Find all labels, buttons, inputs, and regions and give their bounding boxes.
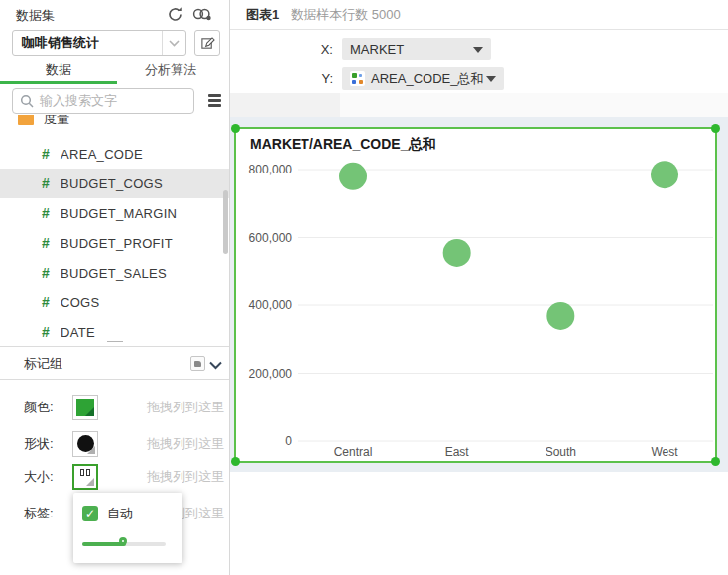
color-drop-zone[interactable]: 拖拽列到这里 bbox=[147, 395, 224, 420]
marks-group-title: 标记组 bbox=[24, 355, 62, 373]
aggregate-field-icon bbox=[350, 71, 365, 86]
field-list-scrollbar[interactable] bbox=[223, 190, 228, 254]
selection-handle[interactable] bbox=[711, 124, 720, 133]
search-input[interactable]: 输入搜索文字 bbox=[12, 88, 194, 114]
tab-data[interactable]: 数据 bbox=[46, 61, 71, 79]
field-item[interactable]: #BUDGET_SALES bbox=[0, 258, 229, 288]
y-shelf-label: Y: bbox=[309, 67, 333, 90]
empty-shelf-row bbox=[230, 93, 728, 117]
dashboard-canvas: MARKET/AREA_CODE_总和 0200,000400,000600,0… bbox=[230, 117, 728, 472]
field-name: BUDGET_SALES bbox=[61, 266, 167, 281]
svg-text:East: East bbox=[445, 445, 470, 459]
chart-name: 图表1 bbox=[246, 6, 279, 24]
svg-text:400,000: 400,000 bbox=[249, 298, 293, 312]
refresh-icon-glyph bbox=[167, 6, 183, 23]
mark-row-shape: 形状: 拖拽列到这里 bbox=[0, 431, 229, 457]
field-item[interactable]: #COGS bbox=[0, 288, 229, 317]
shelf-label-column bbox=[230, 93, 340, 117]
number-field-icon: # bbox=[42, 235, 61, 251]
dataset-select[interactable]: 咖啡销售统计 bbox=[12, 30, 186, 56]
shape-drop-zone[interactable]: 拖拽列到这里 bbox=[147, 431, 224, 457]
dataset-panel-title: 数据集 bbox=[16, 7, 55, 25]
number-field-icon: # bbox=[42, 265, 61, 281]
field-group-measures[interactable]: 度量 bbox=[0, 115, 229, 132]
selection-handle[interactable] bbox=[231, 124, 240, 133]
svg-text:West: West bbox=[651, 445, 678, 459]
scatter-plot[interactable]: 0200,000400,000600,000800,000CentralEast… bbox=[236, 129, 715, 461]
collapse-chevron-down-icon[interactable] bbox=[209, 358, 222, 373]
selection-handle[interactable] bbox=[231, 457, 240, 466]
size-slider[interactable] bbox=[82, 538, 166, 550]
slider-handle[interactable] bbox=[119, 537, 127, 545]
auto-checkbox[interactable] bbox=[82, 506, 98, 521]
refresh-icon[interactable] bbox=[167, 6, 188, 26]
mark-row-size: 大小: 拖拽列到这里 bbox=[0, 464, 229, 490]
search-placeholder: 输入搜索文字 bbox=[40, 92, 117, 110]
dataset-sidebar: 数据集 咖啡销售统计 数据 分析算法 输入搜索文字 度量 #AREA_CODE … bbox=[0, 0, 230, 575]
shape-swatch-button[interactable] bbox=[72, 431, 98, 457]
x-field-value: MARKET bbox=[350, 42, 473, 57]
edit-dataset-button[interactable] bbox=[194, 30, 220, 56]
chart-panel: 图表1 数据样本行数 5000 X: MARKET Y: AREA_CODE_总… bbox=[230, 0, 728, 575]
chart-title: MARKET/AREA_CODE_总和 bbox=[250, 136, 435, 154]
size-swatch-button[interactable] bbox=[72, 464, 98, 490]
selection-handle[interactable] bbox=[711, 457, 720, 466]
chevron-glyph bbox=[209, 361, 222, 370]
field-item[interactable]: #BUDGET_COGS bbox=[0, 169, 229, 198]
chart-panel-header: 图表1 数据样本行数 5000 bbox=[230, 0, 728, 30]
marks-group-header: 标记组 bbox=[0, 346, 229, 380]
field-list: 度量 #AREA_CODE #BUDGET_COGS #BUDGET_MARGI… bbox=[0, 115, 229, 349]
tag-icon[interactable] bbox=[190, 356, 205, 371]
field-name: BUDGET_MARGIN bbox=[61, 206, 177, 221]
mark-row-color: 颜色: 拖拽列到这里 bbox=[0, 395, 229, 420]
number-field-icon: # bbox=[42, 324, 61, 340]
dataset-select-value: 咖啡销售统计 bbox=[13, 34, 162, 52]
mark-color-label: 颜色: bbox=[24, 395, 54, 420]
sample-row-count: 数据样本行数 5000 bbox=[291, 6, 401, 24]
field-item[interactable]: #AREA_CODE bbox=[0, 139, 229, 169]
pencil-icon bbox=[200, 36, 215, 51]
size-settings-popup: 自动 bbox=[73, 493, 182, 563]
field-name: BUDGET_COGS bbox=[61, 176, 163, 191]
field-name: COGS bbox=[61, 295, 99, 310]
mark-shape-label: 形状: bbox=[24, 431, 54, 457]
switch-dataset-icon[interactable] bbox=[191, 6, 213, 26]
field-item[interactable]: #BUDGET_MARGIN bbox=[0, 198, 229, 228]
number-field-icon: # bbox=[42, 175, 61, 191]
mark-label-label: 标签: bbox=[24, 501, 54, 526]
svg-text:South: South bbox=[546, 445, 576, 459]
field-group-label: 度量 bbox=[44, 115, 69, 128]
number-field-icon: # bbox=[42, 294, 61, 310]
tab-analysis-algorithms[interactable]: 分析算法 bbox=[145, 61, 196, 79]
y-field-value: AREA_CODE_总和 bbox=[371, 70, 486, 88]
x-field-dropdown[interactable]: MARKET bbox=[342, 38, 491, 60]
svg-text:800,000: 800,000 bbox=[249, 163, 293, 176]
svg-text:600,000: 600,000 bbox=[249, 231, 293, 245]
selected-chart-card[interactable]: MARKET/AREA_CODE_总和 0200,000400,000600,0… bbox=[234, 127, 717, 463]
size-drop-zone[interactable]: 拖拽列到这里 bbox=[147, 464, 224, 490]
shape-circle-icon bbox=[77, 435, 94, 452]
search-icon bbox=[20, 94, 34, 108]
field-name: DATE bbox=[61, 325, 95, 340]
mark-size-label: 大小: bbox=[24, 464, 54, 490]
y-field-dropdown[interactable]: AREA_CODE_总和 bbox=[342, 67, 504, 90]
chevron-glyph bbox=[169, 40, 180, 47]
field-name: AREA_CODE bbox=[61, 147, 143, 162]
folder-icon bbox=[18, 115, 34, 125]
swatch-corner-triangle bbox=[86, 478, 94, 486]
color-swatch-fill bbox=[76, 399, 94, 416]
field-name: BUDGET_PROFIT bbox=[61, 236, 173, 251]
field-item[interactable]: #BUDGET_PROFIT bbox=[0, 228, 229, 258]
svg-text:200,000: 200,000 bbox=[249, 367, 293, 381]
chevron-down-icon[interactable] bbox=[162, 31, 185, 55]
auto-checkbox-label: 自动 bbox=[107, 506, 133, 521]
field-menu-icon[interactable] bbox=[208, 94, 221, 109]
svg-text:0: 0 bbox=[285, 434, 292, 448]
dropdown-caret-icon bbox=[486, 76, 496, 82]
dropdown-caret-icon bbox=[473, 47, 483, 53]
color-swatch-button[interactable] bbox=[72, 395, 98, 420]
number-field-icon: # bbox=[42, 146, 61, 162]
active-tab-underline bbox=[0, 81, 117, 84]
sidebar-tabs: 数据 分析算法 bbox=[0, 58, 230, 84]
svg-text:Central: Central bbox=[334, 445, 373, 459]
